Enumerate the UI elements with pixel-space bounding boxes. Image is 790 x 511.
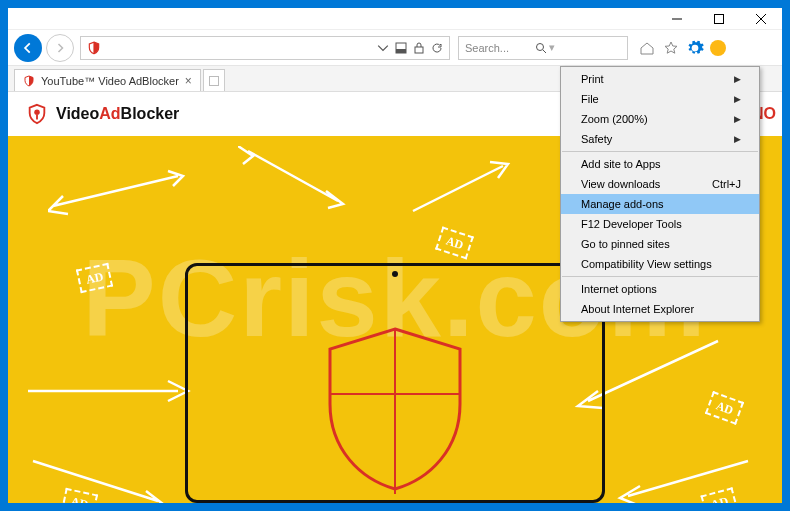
svg-rect-2 (396, 49, 406, 53)
ad-doodle: AD (76, 263, 114, 293)
smiley-icon[interactable] (710, 40, 726, 56)
tools-gear-icon[interactable] (686, 39, 704, 57)
menu-item[interactable]: Print▶ (561, 69, 759, 89)
tools-menu: Print▶File▶Zoom (200%)▶Safety▶Add site t… (560, 66, 760, 322)
menu-item[interactable]: Compatibility View settings (561, 254, 759, 274)
menu-item[interactable]: Go to pinned sites (561, 234, 759, 254)
brand-text: VideoAdBlocker (56, 105, 179, 123)
refresh-icon[interactable] (431, 42, 443, 54)
favorites-icon[interactable] (662, 39, 680, 57)
ad-doodle: AD (435, 226, 474, 259)
home-icon[interactable] (638, 39, 656, 57)
brand-shield-icon (26, 103, 48, 125)
menu-item[interactable]: Safety▶ (561, 129, 759, 149)
menu-item[interactable]: Internet options (561, 279, 759, 299)
dropdown-icon[interactable] (377, 42, 389, 54)
search-icon[interactable] (535, 42, 547, 54)
svg-point-6 (34, 109, 40, 115)
tab-label: YouTube™ Video AdBlocker (41, 75, 179, 87)
new-tab-icon (209, 76, 219, 86)
svg-rect-5 (209, 76, 218, 85)
tab-active[interactable]: YouTube™ Video AdBlocker × (14, 69, 201, 91)
menu-item[interactable]: Zoom (200%)▶ (561, 109, 759, 129)
tab-close-icon[interactable]: × (185, 74, 192, 88)
maximize-button[interactable] (698, 8, 740, 30)
window-titlebar (8, 8, 782, 30)
compat-icon[interactable] (395, 42, 407, 54)
menu-item[interactable]: F12 Developer Tools (561, 214, 759, 234)
browser-window: Search... ▾ YouTube™ Video AdBlocker × V… (8, 8, 782, 503)
ad-doodle: AD (705, 391, 745, 425)
menu-separator (562, 151, 758, 152)
minimize-button[interactable] (656, 8, 698, 30)
search-box[interactable]: Search... ▾ (458, 36, 628, 60)
menu-item[interactable]: Add site to Apps (561, 154, 759, 174)
hero-shield-icon (320, 324, 470, 494)
menu-item[interactable]: File▶ (561, 89, 759, 109)
lock-icon (413, 42, 425, 54)
menu-separator (562, 276, 758, 277)
forward-button[interactable] (46, 34, 74, 62)
back-button[interactable] (14, 34, 42, 62)
svg-point-4 (537, 43, 544, 50)
laptop-illustration (185, 263, 605, 503)
menu-item[interactable]: About Internet Explorer (561, 299, 759, 319)
new-tab-button[interactable] (203, 69, 225, 91)
menu-item[interactable]: View downloadsCtrl+J (561, 174, 759, 194)
menu-item[interactable]: Manage add-ons (561, 194, 759, 214)
site-shield-icon (87, 41, 101, 55)
search-placeholder: Search... (465, 42, 535, 54)
svg-rect-0 (715, 14, 724, 23)
address-bar[interactable] (80, 36, 450, 60)
nav-bar: Search... ▾ (8, 30, 782, 66)
svg-rect-3 (415, 47, 423, 53)
close-button[interactable] (740, 8, 782, 30)
tab-favicon-icon (23, 75, 35, 87)
